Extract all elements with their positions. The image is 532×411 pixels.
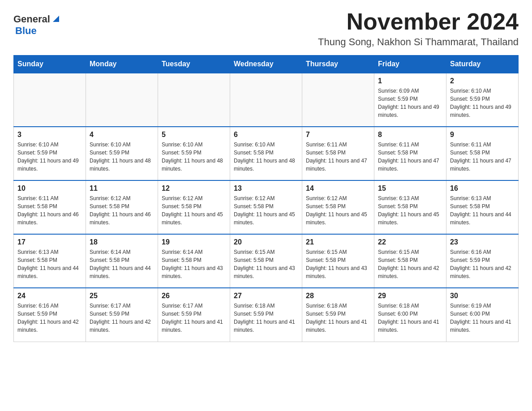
day-info: Sunrise: 6:10 AM Sunset: 5:59 PM Dayligh… (17, 141, 82, 173)
day-info: Sunrise: 6:12 AM Sunset: 5:58 PM Dayligh… (90, 194, 154, 227)
day-info: Sunrise: 6:10 AM Sunset: 5:58 PM Dayligh… (234, 141, 298, 173)
logo: General Blue (13, 9, 61, 37)
day-info: Sunrise: 6:16 AM Sunset: 5:59 PM Dayligh… (17, 302, 82, 334)
calendar-cell: 11Sunrise: 6:12 AM Sunset: 5:58 PM Dayli… (86, 180, 158, 234)
day-number: 18 (90, 238, 154, 246)
day-number: 10 (17, 184, 82, 193)
calendar-cell: 24Sunrise: 6:16 AM Sunset: 5:59 PM Dayli… (14, 288, 86, 342)
week-row-5: 24Sunrise: 6:16 AM Sunset: 5:59 PM Dayli… (14, 288, 519, 342)
day-info: Sunrise: 6:13 AM Sunset: 5:58 PM Dayligh… (378, 194, 442, 227)
calendar-cell: 13Sunrise: 6:12 AM Sunset: 5:58 PM Dayli… (230, 180, 302, 234)
day-number: 27 (234, 292, 298, 300)
day-info: Sunrise: 6:17 AM Sunset: 5:59 PM Dayligh… (90, 302, 154, 334)
calendar-cell: 22Sunrise: 6:15 AM Sunset: 5:58 PM Dayli… (374, 234, 446, 288)
weekday-header-thursday: Thursday (302, 56, 374, 73)
calendar-cell: 7Sunrise: 6:11 AM Sunset: 5:58 PM Daylig… (302, 127, 374, 180)
day-number: 23 (450, 238, 515, 246)
day-info: Sunrise: 6:11 AM Sunset: 5:58 PM Dayligh… (306, 141, 370, 173)
calendar-cell: 6Sunrise: 6:10 AM Sunset: 5:58 PM Daylig… (230, 127, 302, 180)
day-info: Sunrise: 6:18 AM Sunset: 5:59 PM Dayligh… (306, 302, 370, 334)
logo-blue: Blue (15, 25, 61, 37)
day-number: 2 (450, 77, 515, 85)
header: General Blue November 2024 Thung Song, N… (13, 9, 519, 48)
day-info: Sunrise: 6:10 AM Sunset: 5:59 PM Dayligh… (450, 87, 515, 119)
calendar-cell: 10Sunrise: 6:11 AM Sunset: 5:58 PM Dayli… (14, 180, 86, 234)
calendar-table: SundayMondayTuesdayWednesdayThursdayFrid… (13, 55, 519, 342)
day-number: 21 (306, 238, 370, 246)
calendar-cell: 20Sunrise: 6:15 AM Sunset: 5:58 PM Dayli… (230, 234, 302, 288)
day-number: 28 (306, 292, 370, 300)
day-number: 20 (234, 238, 298, 246)
calendar-cell: 3Sunrise: 6:10 AM Sunset: 5:59 PM Daylig… (14, 127, 86, 180)
month-title: November 2024 (318, 9, 519, 34)
calendar-cell (14, 73, 86, 127)
weekday-header-saturday: Saturday (446, 56, 519, 73)
day-number: 3 (17, 131, 82, 139)
day-number: 13 (234, 184, 298, 193)
calendar-cell: 26Sunrise: 6:17 AM Sunset: 5:59 PM Dayli… (158, 288, 230, 342)
week-row-3: 10Sunrise: 6:11 AM Sunset: 5:58 PM Dayli… (14, 180, 519, 234)
calendar-cell: 28Sunrise: 6:18 AM Sunset: 5:59 PM Dayli… (302, 288, 374, 342)
day-number: 30 (450, 292, 515, 300)
day-info: Sunrise: 6:18 AM Sunset: 5:59 PM Dayligh… (234, 302, 298, 334)
day-number: 6 (234, 131, 298, 139)
calendar-cell: 19Sunrise: 6:14 AM Sunset: 5:58 PM Dayli… (158, 234, 230, 288)
calendar-cell: 14Sunrise: 6:12 AM Sunset: 5:58 PM Dayli… (302, 180, 374, 234)
calendar-cell: 4Sunrise: 6:10 AM Sunset: 5:59 PM Daylig… (86, 127, 158, 180)
day-info: Sunrise: 6:19 AM Sunset: 6:00 PM Dayligh… (450, 302, 515, 334)
calendar-cell: 8Sunrise: 6:11 AM Sunset: 5:58 PM Daylig… (374, 127, 446, 180)
week-row-1: 1Sunrise: 6:09 AM Sunset: 5:59 PM Daylig… (14, 73, 519, 127)
calendar-cell (86, 73, 158, 127)
calendar-cell: 23Sunrise: 6:16 AM Sunset: 5:59 PM Dayli… (446, 234, 519, 288)
calendar-cell (230, 73, 302, 127)
calendar-cell: 25Sunrise: 6:17 AM Sunset: 5:59 PM Dayli… (86, 288, 158, 342)
day-info: Sunrise: 6:11 AM Sunset: 5:58 PM Dayligh… (450, 141, 515, 173)
day-info: Sunrise: 6:17 AM Sunset: 5:59 PM Dayligh… (162, 302, 226, 334)
calendar-cell: 9Sunrise: 6:11 AM Sunset: 5:58 PM Daylig… (446, 127, 519, 180)
week-row-4: 17Sunrise: 6:13 AM Sunset: 5:58 PM Dayli… (14, 234, 519, 288)
calendar-cell: 1Sunrise: 6:09 AM Sunset: 5:59 PM Daylig… (374, 73, 446, 127)
day-number: 16 (450, 184, 515, 193)
day-info: Sunrise: 6:15 AM Sunset: 5:58 PM Dayligh… (378, 248, 442, 280)
title-area: November 2024 Thung Song, Nakhon Si Tham… (318, 9, 519, 48)
day-number: 1 (378, 77, 442, 85)
weekday-header-sunday: Sunday (14, 56, 86, 73)
calendar-cell: 16Sunrise: 6:13 AM Sunset: 5:58 PM Dayli… (446, 180, 519, 234)
day-number: 5 (162, 131, 226, 139)
calendar-cell (302, 73, 374, 127)
day-info: Sunrise: 6:18 AM Sunset: 6:00 PM Dayligh… (378, 302, 442, 334)
weekday-header-row: SundayMondayTuesdayWednesdayThursdayFrid… (14, 56, 519, 73)
day-number: 29 (378, 292, 442, 300)
day-number: 24 (17, 292, 82, 300)
calendar-cell: 17Sunrise: 6:13 AM Sunset: 5:58 PM Dayli… (14, 234, 86, 288)
day-info: Sunrise: 6:12 AM Sunset: 5:58 PM Dayligh… (234, 194, 298, 227)
day-number: 26 (162, 292, 226, 300)
weekday-header-monday: Monday (86, 56, 158, 73)
day-info: Sunrise: 6:12 AM Sunset: 5:58 PM Dayligh… (162, 194, 226, 227)
day-info: Sunrise: 6:14 AM Sunset: 5:58 PM Dayligh… (90, 248, 154, 280)
day-info: Sunrise: 6:11 AM Sunset: 5:58 PM Dayligh… (17, 194, 82, 227)
day-number: 4 (90, 131, 154, 139)
week-row-2: 3Sunrise: 6:10 AM Sunset: 5:59 PM Daylig… (14, 127, 519, 180)
svg-marker-0 (53, 16, 59, 22)
day-number: 25 (90, 292, 154, 300)
day-info: Sunrise: 6:13 AM Sunset: 5:58 PM Dayligh… (450, 194, 515, 227)
day-number: 14 (306, 184, 370, 193)
day-info: Sunrise: 6:09 AM Sunset: 5:59 PM Dayligh… (378, 87, 442, 119)
weekday-header-friday: Friday (374, 56, 446, 73)
day-info: Sunrise: 6:12 AM Sunset: 5:58 PM Dayligh… (306, 194, 370, 227)
calendar-cell: 12Sunrise: 6:12 AM Sunset: 5:58 PM Dayli… (158, 180, 230, 234)
day-number: 12 (162, 184, 226, 193)
day-number: 15 (378, 184, 442, 193)
day-number: 9 (450, 131, 515, 139)
day-info: Sunrise: 6:10 AM Sunset: 5:59 PM Dayligh… (90, 141, 154, 173)
day-number: 7 (306, 131, 370, 139)
day-info: Sunrise: 6:13 AM Sunset: 5:58 PM Dayligh… (17, 248, 82, 280)
calendar-cell: 5Sunrise: 6:10 AM Sunset: 5:59 PM Daylig… (158, 127, 230, 180)
day-info: Sunrise: 6:16 AM Sunset: 5:59 PM Dayligh… (450, 248, 515, 280)
day-info: Sunrise: 6:10 AM Sunset: 5:59 PM Dayligh… (162, 141, 226, 173)
calendar-cell: 15Sunrise: 6:13 AM Sunset: 5:58 PM Dayli… (374, 180, 446, 234)
calendar-cell: 2Sunrise: 6:10 AM Sunset: 5:59 PM Daylig… (446, 73, 519, 127)
calendar-cell: 21Sunrise: 6:15 AM Sunset: 5:58 PM Dayli… (302, 234, 374, 288)
weekday-header-tuesday: Tuesday (158, 56, 230, 73)
